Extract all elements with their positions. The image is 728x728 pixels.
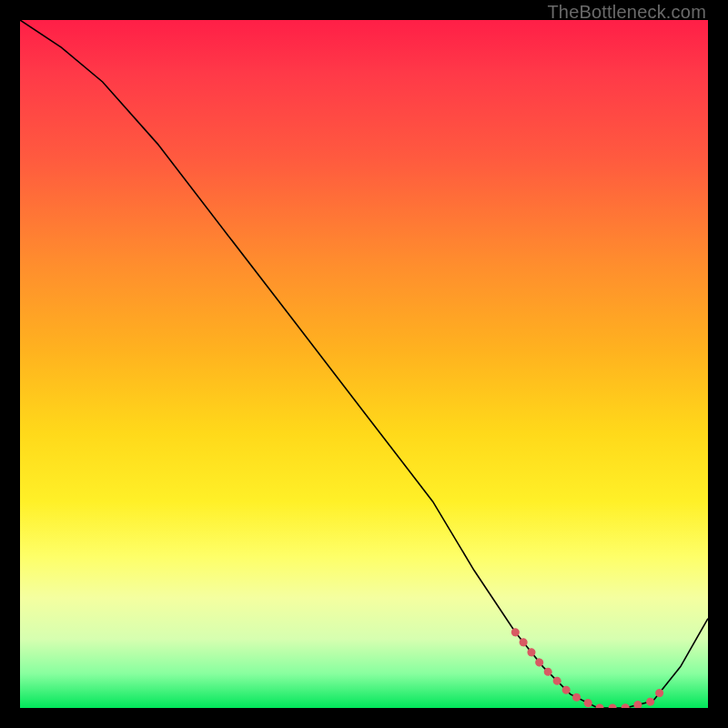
- gradient-plot-area: [20, 20, 708, 708]
- chart-frame: TheBottleneck.com: [0, 0, 728, 728]
- optimal-zone-dots: [515, 632, 663, 708]
- curve-svg: [20, 20, 708, 708]
- bottleneck-curve-line: [20, 20, 708, 708]
